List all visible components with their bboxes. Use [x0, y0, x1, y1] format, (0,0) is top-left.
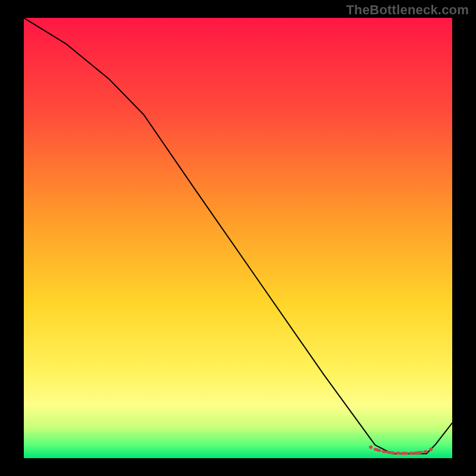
dot-band-dot — [369, 446, 372, 449]
dot-band-dot — [429, 447, 433, 451]
gradient-background — [24, 18, 452, 458]
chart-stage: TheBottleneck.com — [0, 0, 476, 476]
chart-svg — [24, 18, 452, 458]
plot-area — [24, 18, 452, 458]
watermark-text: TheBottleneck.com — [346, 2, 469, 18]
